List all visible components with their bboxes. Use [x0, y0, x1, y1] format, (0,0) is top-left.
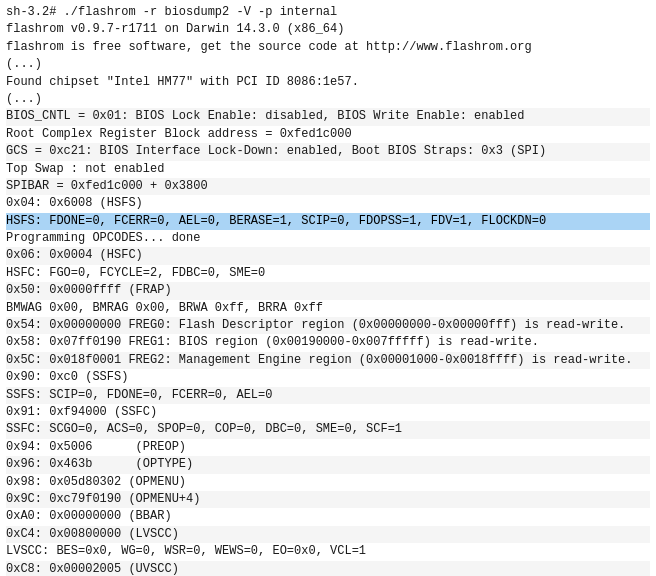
- terminal-line-28: 0x9C: 0xc79f0190 (OPMENU+4): [6, 491, 650, 508]
- terminal-line-27: 0x98: 0x05d80302 (OPMENU): [6, 474, 650, 491]
- terminal-line-32: 0xC8: 0x00002005 (UVSCC): [6, 561, 650, 577]
- terminal-window: sh-3.2# ./flashrom -r biosdump2 -V -p in…: [0, 0, 656, 576]
- terminal-line-15: HSFC: FGO=0, FCYCLE=2, FDBC=0, SME=0: [6, 265, 650, 282]
- terminal-line-12: HSFS: FDONE=0, FCERR=0, AEL=0, BERASE=1,…: [6, 213, 650, 230]
- terminal-line-1: flashrom v0.9.7-r1711 on Darwin 14.3.0 (…: [6, 21, 650, 38]
- terminal-line-5: (...): [6, 91, 650, 108]
- terminal-line-21: 0x90: 0xc0 (SSFS): [6, 369, 650, 386]
- terminal-line-11: 0x04: 0x6008 (HSFS): [6, 195, 650, 212]
- terminal-line-29: 0xA0: 0x00000000 (BBAR): [6, 508, 650, 525]
- terminal-line-30: 0xC4: 0x00800000 (LVSCC): [6, 526, 650, 543]
- terminal-line-16: 0x50: 0x0000ffff (FRAP): [6, 282, 650, 299]
- terminal-line-19: 0x58: 0x07ff0190 FREG1: BIOS region (0x0…: [6, 334, 650, 351]
- terminal-line-4: Found chipset "Intel HM77" with PCI ID 8…: [6, 74, 650, 91]
- terminal-line-3: (...): [6, 56, 650, 73]
- terminal-line-22: SSFS: SCIP=0, FDONE=0, FCERR=0, AEL=0: [6, 387, 650, 404]
- terminal-line-25: 0x94: 0x5006 (PREOP): [6, 439, 650, 456]
- terminal-line-26: 0x96: 0x463b (OPTYPE): [6, 456, 650, 473]
- terminal-line-8: GCS = 0xc21: BIOS Interface Lock-Down: e…: [6, 143, 650, 160]
- terminal-line-24: SSFC: SCGO=0, ACS=0, SPOP=0, COP=0, DBC=…: [6, 421, 650, 438]
- terminal-line-13: Programming OPCODES... done: [6, 230, 650, 247]
- terminal-line-14: 0x06: 0x0004 (HSFC): [6, 247, 650, 264]
- terminal-line-9: Top Swap : not enabled: [6, 161, 650, 178]
- terminal-line-7: Root Complex Register Block address = 0x…: [6, 126, 650, 143]
- terminal-line-2: flashrom is free software, get the sourc…: [6, 39, 650, 56]
- terminal-line-6: BIOS_CNTL = 0x01: BIOS Lock Enable: disa…: [6, 108, 650, 125]
- terminal-line-31: LVSCC: BES=0x0, WG=0, WSR=0, WEWS=0, EO=…: [6, 543, 650, 560]
- terminal-line-17: BMWAG 0x00, BMRAG 0x00, BRWA 0xff, BRRA …: [6, 300, 650, 317]
- terminal-line-0: sh-3.2# ./flashrom -r biosdump2 -V -p in…: [6, 4, 650, 21]
- terminal-line-10: SPIBAR = 0xfed1c000 + 0x3800: [6, 178, 650, 195]
- terminal-line-18: 0x54: 0x00000000 FREG0: Flash Descriptor…: [6, 317, 650, 334]
- terminal-line-23: 0x91: 0xf94000 (SSFC): [6, 404, 650, 421]
- terminal-line-20: 0x5C: 0x018f0001 FREG2: Management Engin…: [6, 352, 650, 369]
